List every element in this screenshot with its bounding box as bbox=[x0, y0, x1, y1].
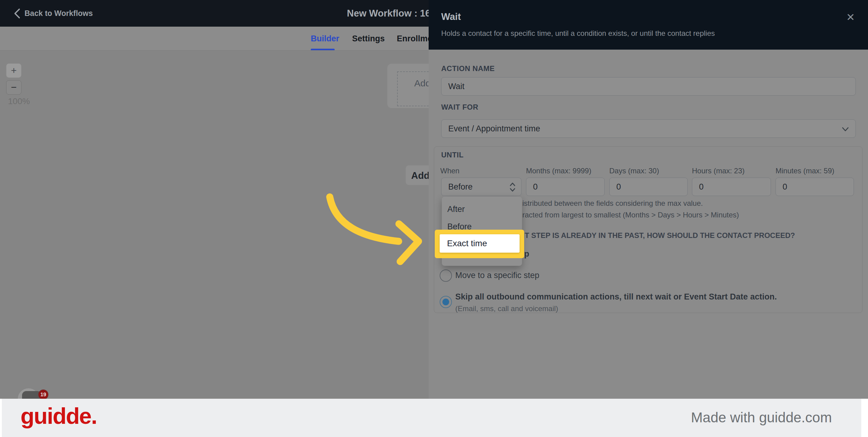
close-icon[interactable]: ✕ bbox=[844, 11, 857, 23]
chevron-left-icon bbox=[13, 8, 20, 19]
back-label: Back to Workflows bbox=[25, 9, 93, 18]
plus-icon: + bbox=[11, 65, 17, 76]
wait-action-panel: Wait Holds a contact for a specific time… bbox=[429, 0, 868, 399]
minus-icon: − bbox=[11, 82, 17, 93]
days-value: 0 bbox=[616, 182, 621, 192]
workflow-tabbar: Builder Settings Enrollmen bbox=[0, 27, 429, 51]
annotation-highlight-box: Exact time bbox=[435, 230, 524, 258]
add-action-partial-text: Add bbox=[414, 78, 431, 89]
days-label: Days (max: 30) bbox=[609, 166, 659, 175]
radio-selected-dot bbox=[442, 299, 449, 305]
wait-for-value: Event / Appointment time bbox=[448, 124, 540, 133]
footer-bar: guidde. Made with guidde.com bbox=[2, 399, 861, 437]
action-name-value: Wait bbox=[448, 82, 464, 91]
months-value: 0 bbox=[533, 182, 538, 192]
tab-enrollment[interactable]: Enrollmen bbox=[397, 27, 429, 51]
helper-line-1: istributed between the fields considerin… bbox=[522, 199, 703, 208]
when-label: When bbox=[440, 166, 460, 175]
dropdown-option-after[interactable]: After bbox=[447, 205, 465, 214]
past-proceed-heading: IT STEP IS ALREADY IN THE PAST, HOW SHOU… bbox=[523, 231, 795, 240]
when-value: Before bbox=[448, 182, 473, 192]
minutes-value: 0 bbox=[782, 182, 787, 192]
chevron-updown-icon bbox=[508, 181, 517, 193]
panel-description: Holds a contact for a specific time, unt… bbox=[441, 29, 715, 38]
made-with-guidde-link[interactable]: Made with guidde.com bbox=[691, 409, 832, 426]
radio-move-specific-step-label: Move to a specific step bbox=[455, 271, 539, 280]
hours-label: Hours (max: 23) bbox=[692, 166, 745, 175]
radio-skip-outbound[interactable] bbox=[440, 296, 452, 308]
annotation-arrow-icon bbox=[318, 184, 441, 276]
app-screen: + − 100% Add Add y 19 Builder Settings E… bbox=[0, 0, 868, 437]
panel-header: Wait Holds a contact for a specific time… bbox=[429, 0, 868, 50]
days-input[interactable]: 0 bbox=[609, 178, 688, 196]
zoom-in-button[interactable]: + bbox=[6, 63, 22, 78]
when-select[interactable]: Before bbox=[441, 178, 521, 196]
until-label: UNTIL bbox=[441, 151, 464, 159]
wait-for-label: WAIT FOR bbox=[441, 103, 478, 112]
months-input[interactable]: 0 bbox=[526, 178, 605, 196]
dropdown-option-exact-time[interactable]: Exact time bbox=[440, 234, 520, 253]
radio-skip-outbound-label: Skip all outbound communication actions,… bbox=[455, 292, 777, 302]
panel-title: Wait bbox=[441, 11, 461, 22]
hidden-option-partial-text: p bbox=[524, 249, 529, 259]
action-name-input[interactable]: Wait bbox=[441, 77, 856, 96]
months-label: Months (max: 9999) bbox=[526, 166, 591, 175]
wait-for-select[interactable]: Event / Appointment time bbox=[441, 119, 856, 138]
tab-builder[interactable]: Builder bbox=[311, 27, 339, 51]
tab-settings[interactable]: Settings bbox=[352, 27, 385, 51]
hours-input[interactable]: 0 bbox=[692, 178, 771, 196]
notification-badge: 19 bbox=[38, 389, 49, 400]
helper-line-2: racted from largest to smallest (Months … bbox=[522, 211, 739, 219]
workflow-title: New Workflow : 16 bbox=[347, 0, 431, 27]
zoom-out-button[interactable]: − bbox=[6, 80, 22, 95]
radio-skip-outbound-sublabel: (Email, sms, call and voicemail) bbox=[455, 304, 558, 313]
hours-value: 0 bbox=[699, 182, 704, 192]
back-to-workflows-button[interactable]: Back to Workflows bbox=[13, 0, 93, 27]
chevron-down-icon bbox=[841, 125, 849, 133]
action-name-label: ACTION NAME bbox=[441, 64, 495, 73]
minutes-input[interactable]: 0 bbox=[776, 178, 854, 196]
add-action-dashed-box bbox=[397, 71, 429, 106]
radio-move-specific-step[interactable] bbox=[440, 270, 452, 282]
active-tab-underline bbox=[311, 49, 335, 51]
minutes-label: Minutes (max: 59) bbox=[776, 166, 834, 175]
guidde-logo: guidde. bbox=[21, 403, 97, 429]
zoom-level: 100% bbox=[8, 96, 30, 106]
